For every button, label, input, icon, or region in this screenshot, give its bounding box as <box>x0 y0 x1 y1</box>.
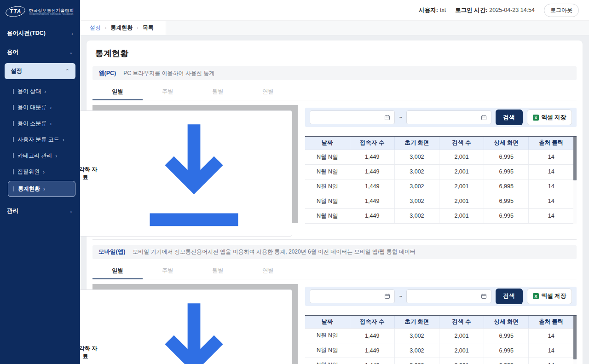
excel-icon: X <box>533 115 539 121</box>
table-header-row: 날짜접속자 수초기 화면검색 수상세 화면출처 클릭 <box>305 316 573 329</box>
table-scrollbar[interactable] <box>573 137 577 224</box>
scrollbar-thumb[interactable] <box>573 316 577 359</box>
sidebar-item-dictionary[interactable]: 용어사전(TDC) › <box>0 24 80 43</box>
tab-daily[interactable]: 일별 <box>92 264 143 279</box>
logout-button[interactable]: 로그아웃 <box>544 4 579 17</box>
tab-yearly[interactable]: 연별 <box>243 264 293 279</box>
sidebar-subitem-용어-대분류[interactable]: 용어 대분류› <box>0 99 80 116</box>
app-root: TTA 한국정보통신기술협회 Telecommunications Techno… <box>0 0 589 364</box>
excel-save-button[interactable]: X 엑셀 저장 <box>527 289 572 304</box>
statistics-table: 날짜접속자 수초기 화면검색 수상세 화면출처 클릭 N월 N일1,4493,0… <box>305 315 577 364</box>
visualization-data-button[interactable]: 시각화 자료 <box>80 289 292 364</box>
date-from-input[interactable] <box>310 289 395 303</box>
date-to-input[interactable] <box>406 110 491 124</box>
tab-weekly[interactable]: 주별 <box>143 264 193 279</box>
chevron-right-icon: › <box>43 186 45 192</box>
sidebar-item-label: 설정 <box>11 67 22 75</box>
table-header-row: 날짜접속자 수초기 화면검색 수상세 화면출처 클릭 <box>305 137 573 150</box>
chevron-up-icon: ⌃ <box>65 68 69 74</box>
column-header: 날짜 <box>305 137 350 150</box>
table-cell: N월 N일 <box>305 208 350 223</box>
section-mobile-app: 모바일(앱) 모바일 기기에서 정보통신용어사전 앱을 이용하여 사용한 통계,… <box>92 245 577 364</box>
table-cell: N월 N일 <box>305 329 350 343</box>
visualization-data-label: 시각화 자료 <box>80 345 98 360</box>
breadcrumb-list[interactable]: 목록 <box>143 24 154 32</box>
chevron-right-icon: › <box>43 169 45 175</box>
calendar-icon <box>481 293 487 299</box>
section-body: TTCARIBATISCCSAETSITSDSITTA 임시 그래프 이미지 시… <box>92 284 577 364</box>
table-cell: 14 <box>529 150 573 164</box>
visualization-data-button[interactable]: 시각화 자료 <box>80 110 292 237</box>
table-cell: 6,995 <box>484 164 529 179</box>
period-tabs: 일별주별월별연별 <box>92 264 577 279</box>
settings-submenu: 용어 상태›용어 대분류›용어 소분류›사용자 분류 코드›카테고리 관리›집필… <box>0 81 80 202</box>
table-cell: 3,002 <box>394 179 439 194</box>
tab-daily[interactable]: 일별 <box>92 85 143 100</box>
section-badge: 모바일(앱) <box>98 248 125 256</box>
pie-chart: TTCARIBATISCCSAETSITSDSITTA 임시 그래프 이미지 시… <box>92 105 298 223</box>
sidebar-item-label: 관리 <box>7 207 18 215</box>
sidebar-subitem-용어-소분류[interactable]: 용어 소분류› <box>0 116 80 132</box>
table-cell: 3,002 <box>394 150 439 164</box>
tab-weekly[interactable]: 주별 <box>143 85 193 100</box>
table-cell: 3,002 <box>394 208 439 223</box>
breadcrumb-separator-icon: › <box>105 25 106 30</box>
tab-monthly[interactable]: 월별 <box>193 85 243 100</box>
sidebar-subitem-용어-상태[interactable]: 용어 상태› <box>0 83 80 99</box>
search-button[interactable]: 검색 <box>496 110 523 125</box>
sidebar-subitem-사용자-분류-코드[interactable]: 사용자 분류 코드› <box>0 132 80 148</box>
table-cell: 2,001 <box>439 343 484 358</box>
table-cell: N월 N일 <box>305 358 350 364</box>
date-search-bar: ~ 검색 X 엑셀 저장 <box>305 287 577 306</box>
table-cell: 14 <box>529 179 573 194</box>
subitem-bar-icon <box>13 121 14 126</box>
excel-save-button[interactable]: X 엑셀 저장 <box>527 110 572 125</box>
sidebar-subitem-집필위원[interactable]: 집필위원› <box>0 164 80 180</box>
logo[interactable]: TTA 한국정보통신기술협회 Telecommunications Techno… <box>0 6 80 24</box>
sidebar-subitem-통계현황[interactable]: 통계현황› <box>8 181 75 197</box>
date-from-input[interactable] <box>310 110 395 124</box>
download-icon <box>102 115 286 232</box>
subitem-label: 사용자 분류 코드 <box>17 136 59 144</box>
subitem-bar-icon <box>13 169 14 174</box>
chevron-right-icon: › <box>55 153 57 159</box>
scrollbar-thumb[interactable] <box>573 137 577 180</box>
login-time-info: 로그인 시간:2025-04-23 14:54 <box>455 6 535 14</box>
column-header: 검색 수 <box>439 316 484 329</box>
subitem-label: 용어 대분류 <box>17 104 46 111</box>
table-row: N월 N일1,4493,0022,0016,99514 <box>305 358 573 364</box>
section-header: 모바일(앱) 모바일 기기에서 정보통신용어사전 앱을 이용하여 사용한 통계,… <box>92 245 577 259</box>
subitem-label: 통계현황 <box>18 185 40 193</box>
table-cell: 1,449 <box>350 358 394 364</box>
date-search-bar: ~ 검색 X 엑셀 저장 <box>305 108 577 127</box>
breadcrumb-settings[interactable]: 설정 <box>90 24 101 32</box>
table-cell: 3,002 <box>394 343 439 358</box>
tab-monthly[interactable]: 월별 <box>193 264 243 279</box>
search-button[interactable]: 검색 <box>496 289 523 304</box>
breadcrumb-statistics[interactable]: 통계현황 <box>110 24 133 32</box>
table-scrollbar[interactable] <box>573 316 577 364</box>
column-header: 출처 클릭 <box>529 316 573 329</box>
data-panel: ~ 검색 X 엑셀 저장 <box>305 105 577 224</box>
column-header: 날짜 <box>305 316 350 329</box>
sidebar-item-settings[interactable]: 설정 ⌃ <box>5 63 75 79</box>
sidebar-item-management[interactable]: 관리 ⌄ <box>0 202 80 220</box>
sidebar-item-terms[interactable]: 용어 ⌄ <box>0 43 80 62</box>
subitem-label: 용어 소분류 <box>17 120 46 127</box>
table-cell: 6,995 <box>484 329 529 343</box>
subitem-label: 용어 상태 <box>17 87 41 95</box>
pie-chart: TTCARIBATISCCSAETSITSDSITTA 임시 그래프 이미지 시… <box>92 284 298 364</box>
section-description: PC 브라우저를 이용하여 사용한 통계 <box>123 69 214 77</box>
login-time-value: 2025-04-23 14:54 <box>489 7 535 13</box>
section-body: TTCARIBATISCCSAETSITSDSITTA 임시 그래프 이미지 시… <box>92 105 577 224</box>
table-cell: 1,449 <box>350 179 394 194</box>
subitem-bar-icon <box>13 186 14 191</box>
tab-yearly[interactable]: 연별 <box>243 85 293 100</box>
subitem-bar-icon <box>13 153 14 158</box>
excel-save-label: 엑셀 저장 <box>542 292 566 300</box>
table-cell: 14 <box>529 194 573 208</box>
table-cell: 6,995 <box>484 179 529 194</box>
main-area: 사용자:txt 로그인 시간:2025-04-23 14:54 로그아웃 설정 … <box>80 0 589 364</box>
date-to-input[interactable] <box>406 289 491 303</box>
sidebar-subitem-카테고리-관리[interactable]: 카테고리 관리› <box>0 148 80 164</box>
